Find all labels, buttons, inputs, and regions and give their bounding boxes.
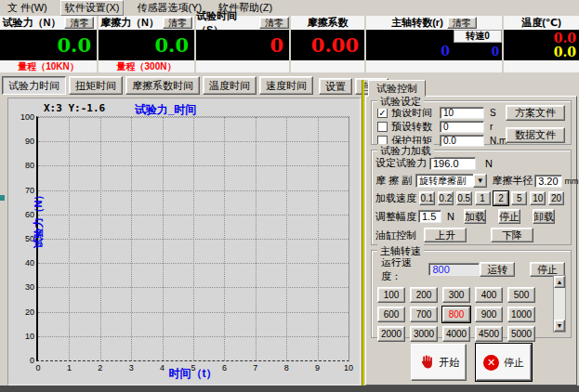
checkbox-1[interactable] [377, 122, 388, 132]
speed-preset-4000[interactable]: 4000 [442, 326, 470, 342]
speed-preset-5000[interactable]: 5000 [507, 326, 535, 342]
clear-friction-force-button[interactable]: 清零 [163, 17, 192, 29]
setup-field-2[interactable]: 0.0 [440, 135, 484, 147]
run-speed-field[interactable]: 800 [428, 263, 480, 276]
set-force-row: 设定试验力 196.0 N [375, 156, 567, 170]
load-speed-0.2[interactable]: 0.2 [438, 191, 454, 205]
load-speed-2[interactable]: 2 [493, 191, 509, 205]
test-force-value: 0.0 [57, 33, 91, 57]
chart-plot[interactable]: 0102030405060708090100012345678910 [36, 116, 349, 361]
file-buttons: 方案文件 数据文件 [506, 105, 565, 143]
adjust-unit: N [447, 211, 454, 222]
gridline-v [256, 117, 257, 360]
set-force-field[interactable]: 196.0 [429, 157, 476, 170]
chart-settings-button[interactable]: 设置 [319, 78, 352, 95]
scroll-down-icon[interactable]: ▼ [554, 320, 565, 332]
spindle-revs-footer [366, 60, 502, 72]
gridline-v [131, 117, 132, 360]
display-test-time-header: 试验时间（S） 清零 [196, 16, 289, 30]
display-test-force: 试验力（N） 清零 0.0 量程（10KN） [0, 16, 97, 73]
speed-preset-4500[interactable]: 4500 [475, 326, 503, 342]
group-force-loading-title: 试验力加载 [377, 144, 434, 158]
setup-field-1[interactable]: 0 [440, 121, 484, 133]
stop-x-icon: ✕ [483, 355, 499, 371]
display-friction-force-value-panel: 0.0 [99, 30, 194, 60]
y-tick-label: 100 [12, 112, 34, 122]
friction-force-value: 0.0 [154, 33, 189, 57]
clear-spindle-revs-button[interactable]: 清零 [447, 17, 477, 29]
spindle-revs-value: 0 [441, 44, 450, 59]
tab-curve-2[interactable]: 摩擦系数时间 [125, 76, 200, 95]
spindle-run-button[interactable]: 运转 [480, 262, 515, 277]
speed-preset-700[interactable]: 700 [410, 307, 438, 322]
display-temperature-header: 温度(℃) [504, 16, 579, 30]
clear-test-time-button[interactable]: 清零 [259, 17, 289, 29]
speed-preset-100[interactable]: 100 [377, 287, 405, 303]
setup-label-1: 预设转数 [391, 120, 440, 134]
friction-pair-value: 旋转摩擦副 [415, 174, 473, 188]
tab-test-control[interactable]: 试验控制 [368, 80, 426, 97]
load-button[interactable]: 加载 [464, 209, 486, 224]
speed-preset-500[interactable]: 500 [507, 287, 535, 303]
adjust-row: 调整幅度 1.5 N 加载停止卸载 [375, 209, 567, 224]
speed-preset-2000[interactable]: 2000 [377, 326, 405, 342]
plan-file-button[interactable]: 方案文件 [506, 105, 565, 121]
start-button[interactable]: 开始 [411, 344, 467, 381]
tab-curve-1[interactable]: 扭矩时间 [69, 76, 123, 95]
tab-curve-3[interactable]: 温度时间 [203, 76, 257, 95]
speed-preset-3000[interactable]: 3000 [410, 326, 438, 342]
scroll-up-icon[interactable]: ▲ [554, 276, 565, 288]
display-friction-force: 摩擦力（N） 清零 0.0 量程（300N） [99, 16, 194, 73]
control-panel: 试验控制 试验设定 ✓预设时间10S预设转数0r保护扭矩0.0N.m 方案文件 … [365, 80, 577, 385]
menu-item-2[interactable]: 传感器选项(Y) [133, 1, 205, 15]
display-friction-force-header: 摩擦力（N） 清零 [99, 16, 194, 30]
friction-pair-row: 摩 擦 副 旋转摩擦副 ▼ 摩擦半径 3.20 mm [375, 174, 567, 188]
load-speed-1[interactable]: 1 [475, 191, 491, 205]
chart-area: X:3 Y:-1.6 试验力_时间 0102030405060708090100… [7, 98, 361, 385]
load-speed-20[interactable]: 20 [548, 191, 564, 205]
group-spindle-speed-title: 主轴转速 [377, 244, 424, 258]
set-force-label: 设定试验力 [375, 156, 427, 170]
friction-coeff-footer [291, 60, 364, 72]
group-spindle-speed: 主轴转速 运行速度： 800 运转 停止 1002003004005006007… [371, 250, 572, 338]
tab-curve-4[interactable]: 速度时间 [259, 76, 313, 95]
load-speed-0.5[interactable]: 0.5 [456, 191, 472, 205]
load-speed-5[interactable]: 5 [511, 191, 527, 205]
tab-curve-0[interactable]: 试验力时间 [2, 76, 66, 95]
group-test-setup: 试验设定 ✓预设时间10S预设转数0r保护扭矩0.0N.m 方案文件 数据文件 [371, 100, 572, 145]
load-speed-10[interactable]: 10 [530, 191, 546, 205]
temperature-footer [504, 60, 579, 72]
speed-preset-900[interactable]: 900 [475, 307, 503, 322]
gridline-v [318, 117, 319, 360]
friction-pair-combo[interactable]: 旋转摩擦副 ▼ [415, 174, 487, 188]
spindle-speed-subvalue: 0 [492, 46, 499, 59]
speed-preset-300[interactable]: 300 [442, 287, 470, 303]
checkbox-0[interactable]: ✓ [377, 108, 388, 118]
spindle-speed-sublabel: 转速0 [454, 30, 502, 43]
speed-grid-scrollbar[interactable]: ▲ ▼ [553, 275, 566, 333]
clear-test-force-button[interactable]: 清零 [64, 17, 94, 29]
stop-button[interactable]: ✕ 停止 [476, 344, 532, 381]
cylinder-down-button[interactable]: 下降 [491, 228, 533, 242]
menu-item-0[interactable]: 文 件(W) [4, 1, 51, 15]
group-force-loading: 试验力加载 设定试验力 196.0 N 摩 擦 副 旋转摩擦副 ▼ 摩擦半径 3… [371, 150, 572, 245]
speed-preset-600[interactable]: 600 [377, 307, 405, 322]
display-test-force-title: 试验力（N） [3, 16, 61, 30]
friction-radius-field[interactable]: 3.20 [534, 175, 561, 188]
chevron-down-icon[interactable]: ▼ [473, 174, 487, 188]
speed-preset-200[interactable]: 200 [410, 287, 438, 303]
y-tick-label: 40 [12, 258, 34, 268]
loading-stop-button[interactable]: 停止 [498, 209, 520, 224]
load-speed-0.1[interactable]: 0.1 [419, 191, 435, 205]
menu-item-1[interactable]: 软件设置(X) [60, 0, 125, 16]
speed-preset-800[interactable]: 800 [442, 307, 470, 322]
unload-button[interactable]: 卸载 [533, 209, 555, 224]
cylinder-up-button[interactable]: 上升 [424, 228, 467, 242]
data-file-button[interactable]: 数据文件 [506, 127, 565, 143]
setup-field-0[interactable]: 10 [440, 107, 484, 119]
speed-preset-1000[interactable]: 1000 [507, 307, 535, 322]
friction-coeff-value: 0.00 [311, 33, 359, 57]
display-friction-force-title: 摩擦力（N） [100, 16, 159, 30]
adjust-field[interactable]: 1.5 [418, 210, 441, 223]
speed-preset-400[interactable]: 400 [475, 287, 503, 303]
